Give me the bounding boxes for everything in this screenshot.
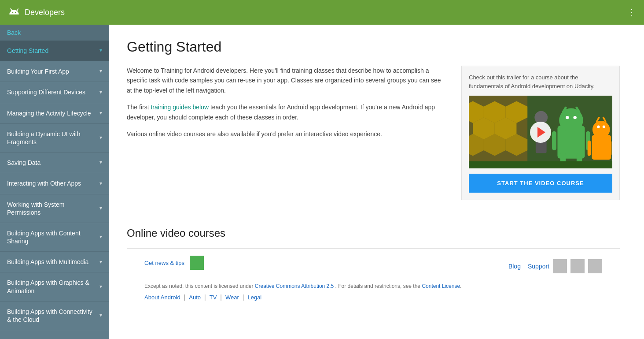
- chevron-icon-supporting-devices: ▾: [99, 89, 102, 96]
- sidebar: Back Getting Started ▾ Building Your Fir…: [0, 25, 109, 339]
- footer-sep-3: |: [243, 294, 244, 301]
- page-title: Getting Started: [127, 39, 620, 55]
- sidebar-item-label-supporting-devices: Supporting Different Devices: [7, 88, 99, 96]
- back-button[interactable]: Back: [0, 25, 109, 41]
- svg-rect-35: [469, 161, 612, 168]
- sidebar-item-label-getting-started: Getting Started: [7, 47, 99, 55]
- svg-rect-18: [552, 131, 556, 150]
- sidebar-item-system-permissions[interactable]: Working with System Permissions ▾: [0, 194, 109, 223]
- content-columns: Welcome to Training for Android develope…: [127, 66, 620, 200]
- sidebar-item-content-sharing[interactable]: Building Apps with Content Sharing ▾: [0, 223, 109, 252]
- sidebar-item-multimedia[interactable]: Building Apps with Multimedia ▾: [0, 252, 109, 272]
- get-news-tips-link[interactable]: Get news & tips: [144, 260, 184, 266]
- chevron-icon-building-first-app: ▾: [99, 68, 102, 75]
- intro-paragraph-2: The first training guides below teach yo…: [127, 102, 444, 122]
- social-icon-2[interactable]: [570, 259, 585, 273]
- license-prefix: Except as noted, this content is license…: [144, 283, 253, 289]
- chevron-icon-building-dynamic: ▾: [99, 134, 102, 142]
- chevron-icon-managing-lifecycle: ▾: [99, 110, 102, 117]
- sidebar-item-label-multimedia: Building Apps with Multimedia: [7, 258, 99, 266]
- license-mid: . For details and restrictions, see the: [335, 283, 420, 289]
- intro-paragraph-3: Various online video courses are also av…: [127, 129, 444, 139]
- creative-commons-link[interactable]: Creative Commons Attribution 2.5: [255, 283, 334, 289]
- footer-link-about-android[interactable]: About Android: [144, 294, 180, 301]
- footer-nav-links: About Android | Auto | TV | Wear | Legal: [144, 294, 602, 301]
- svg-point-23: [592, 121, 610, 138]
- sidebar-item-interacting-apps[interactable]: Interacting with Other Apps ▾: [0, 173, 109, 194]
- chevron-icon-multimedia: ▾: [99, 259, 102, 266]
- video-card-description: Check out this trailer for a course abou…: [469, 73, 612, 90]
- social-icon-3[interactable]: [588, 259, 602, 273]
- svg-point-25: [603, 126, 605, 128]
- content-main-text: Welcome to Training for Android develope…: [127, 66, 444, 200]
- top-bar: Developers ⋮: [0, 0, 644, 25]
- footer-sep-0: |: [184, 294, 186, 301]
- sidebar-item-label-saving-data: Saving Data: [7, 159, 99, 167]
- chevron-icon-connectivity-cloud: ▾: [99, 312, 102, 319]
- play-button[interactable]: [530, 122, 551, 143]
- footer-news-section: Get news & tips: [144, 256, 204, 270]
- newsletter-icon: [190, 256, 204, 270]
- footer-link-legal[interactable]: Legal: [247, 294, 261, 301]
- sidebar-item-getting-started[interactable]: Getting Started ▾: [0, 41, 109, 61]
- chevron-icon-saving-data: ▾: [99, 159, 102, 166]
- chevron-icon-graphics-animation: ▾: [99, 283, 102, 291]
- intro-paragraph-1: Welcome to Training for Android develope…: [127, 66, 444, 95]
- social-icon-1[interactable]: [553, 259, 567, 273]
- play-triangle-icon: [537, 127, 545, 138]
- svg-point-14: [566, 116, 569, 119]
- sidebar-item-label-interacting-apps: Interacting with Other Apps: [7, 179, 99, 187]
- svg-point-24: [597, 126, 600, 128]
- chevron-icon-getting-started: ▾: [99, 47, 102, 54]
- support-link[interactable]: Support: [528, 263, 549, 270]
- sidebar-item-graphics-animation[interactable]: Building Apps with Graphics & Animation …: [0, 272, 109, 301]
- sidebar-item-label-system-permissions: Working with System Permissions: [7, 201, 99, 216]
- chevron-icon-system-permissions: ▾: [99, 205, 102, 212]
- chevron-icon-interacting-apps: ▾: [99, 180, 102, 187]
- app-title: Developers: [25, 8, 65, 17]
- blog-link[interactable]: Blog: [508, 263, 521, 270]
- start-video-course-button[interactable]: START THE VIDEO COURSE: [469, 174, 612, 193]
- main-layout: Back Getting Started ▾ Building Your Fir…: [0, 25, 644, 339]
- intro-p2-prefix: The first: [127, 104, 151, 111]
- footer: Get news & tips Blog Support Except as n…: [127, 248, 620, 308]
- sidebar-item-managing-lifecycle[interactable]: Managing the Activity Lifecycle ▾: [0, 103, 109, 124]
- video-thumbnail[interactable]: Developing Android Apps: [469, 96, 612, 168]
- footer-link-tv[interactable]: TV: [210, 294, 217, 301]
- content-inner: Getting Started Welcome to Training for …: [109, 25, 637, 322]
- footer-sep-1: |: [204, 294, 206, 301]
- footer-license-text: Except as noted, this content is license…: [144, 282, 602, 290]
- svg-point-15: [573, 116, 576, 119]
- svg-rect-22: [592, 135, 611, 160]
- sidebar-item-supporting-devices[interactable]: Supporting Different Devices ▾: [0, 82, 109, 103]
- sidebar-item-label-graphics-animation: Building Apps with Graphics & Animation: [7, 279, 99, 294]
- sidebar-item-connectivity-cloud[interactable]: Building Apps with Connectivity & the Cl…: [0, 302, 109, 330]
- sidebar-item-label-managing-lifecycle: Managing the Activity Lifecycle: [7, 109, 99, 117]
- sidebar-item-label-building-first-app: Building Your First App: [7, 67, 99, 75]
- sidebar-item-label-building-dynamic: Building a Dynamic UI with Fragments: [7, 130, 99, 146]
- sidebar-item-saving-data[interactable]: Saving Data ▾: [0, 153, 109, 173]
- sidebar-item-label-content-sharing: Building Apps with Content Sharing: [7, 229, 99, 245]
- footer-sep-2: |: [220, 294, 222, 301]
- android-logo-icon: [7, 5, 21, 19]
- footer-link-auto[interactable]: Auto: [189, 294, 201, 301]
- sidebar-item-building-dynamic[interactable]: Building a Dynamic UI with Fragments ▾: [0, 124, 109, 153]
- online-video-section-title: Online video courses: [127, 218, 620, 239]
- content-area: Getting Started Welcome to Training for …: [109, 25, 644, 339]
- back-label: Back: [7, 29, 21, 36]
- footer-link-wear[interactable]: Wear: [225, 294, 239, 301]
- footer-social-section: Blog Support: [508, 259, 602, 273]
- sidebar-item-label-connectivity-cloud: Building Apps with Connectivity & the Cl…: [7, 308, 99, 324]
- content-license-link[interactable]: Content License: [422, 283, 460, 289]
- overflow-menu-icon[interactable]: ⋮: [627, 7, 637, 18]
- chevron-icon-content-sharing: ▾: [99, 234, 102, 241]
- footer-news-row: Get news & tips Blog Support: [144, 256, 602, 277]
- video-card: Check out this trailer for a course abou…: [461, 66, 620, 200]
- svg-rect-28: [588, 141, 591, 156]
- sidebar-item-building-first-app[interactable]: Building Your First App ▾: [0, 61, 109, 82]
- training-guides-link[interactable]: training guides below: [151, 104, 209, 111]
